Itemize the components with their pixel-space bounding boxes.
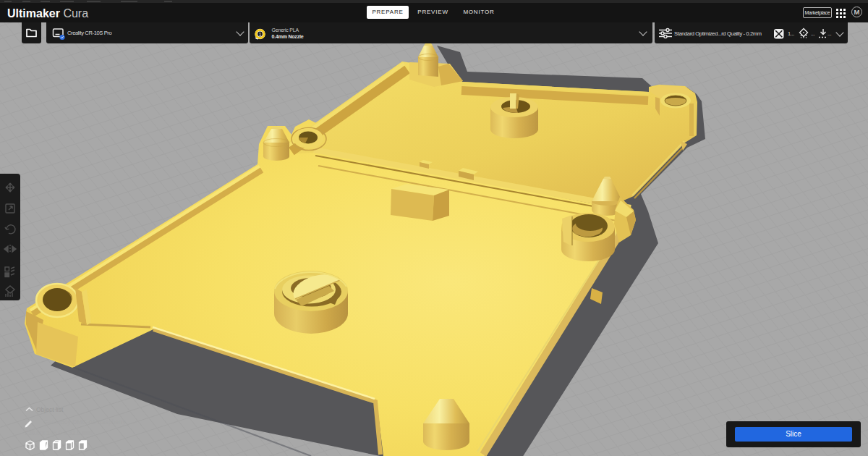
svg-text:226.0 x 148.0 x 32.5 mm: 226.0 x 148.0 x 32.5 mm xyxy=(25,429,93,436)
svg-text:Object list: Object list xyxy=(36,406,64,413)
svg-text:GameBoy DMG-01 Raspberry...: GameBoy DMG-01 Raspberry... xyxy=(43,418,130,426)
svg-text:1: 1 xyxy=(259,32,262,37)
